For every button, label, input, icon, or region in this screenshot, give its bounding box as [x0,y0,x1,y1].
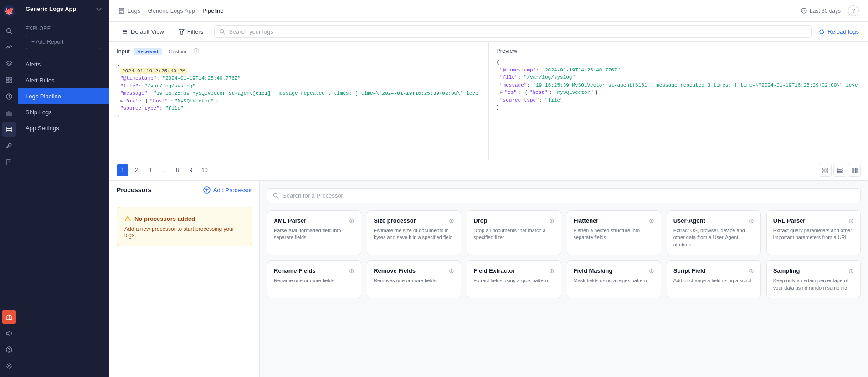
help-sidebar-icon[interactable] [2,342,16,357]
proc-ua-add-icon[interactable]: ⊕ [749,217,754,224]
proc-card-user-agent[interactable]: User-Agent ⊕ Extract OS, browser, device… [667,210,761,255]
processors-title: Processors [117,186,151,194]
filter-bar: Default View Filters Search your logs Re… [109,22,868,42]
add-report-button[interactable]: + Add Report [26,35,102,49]
pipeline-icon-btn[interactable] [2,122,16,137]
processor-search[interactable]: Search for a Processor [267,188,861,203]
proc-card-drop[interactable]: Drop ⊕ Drop all documents that match a s… [467,210,561,255]
prev-os-key: ▶ "os": {"host": "MySQLVector"} [500,89,861,97]
proc-drop-title: Drop [473,217,487,224]
svg-rect-7 [6,81,9,83]
proc-card-size-processor[interactable]: Size processor ⊕ Estimate the size of do… [367,210,461,255]
tab-custom[interactable]: Custom [165,48,190,55]
proc-drop-add-icon[interactable]: ⊕ [549,217,555,224]
sidebar: Generic Logs App Explore + Add Report Al… [18,0,109,377]
reload-btn[interactable]: Reload logs [819,28,859,35]
breadcrumb-app[interactable]: Generic Logs App [148,7,195,14]
proc-extractor-desc: Extract fields using a grok pattern [473,277,554,284]
proc-card-field-extractor[interactable]: Field Extractor ⊕ Extract fields using a… [467,260,561,298]
proc-remove-add-icon[interactable]: ⊕ [449,267,454,275]
svg-rect-41 [852,168,853,173]
breadcrumb-sep1: › [143,7,145,14]
proc-card-url-parser[interactable]: URL Parser ⊕ Extract query parameters an… [766,210,861,255]
svg-rect-12 [6,112,8,116]
proc-xml-add-icon[interactable]: ⊕ [349,217,354,224]
sidebar-item-alert-rules[interactable]: Alert Rules [18,72,109,88]
code-close: } [117,112,481,120]
page-8-btn[interactable]: 8 [171,164,183,176]
view-list-btn[interactable] [833,164,846,177]
svg-rect-16 [6,129,12,130]
code-line-ts: 2024-01-19 2:25:40 PM [120,67,481,75]
sidebar-item-alerts[interactable]: Alerts [18,56,109,72]
proc-script-add-icon[interactable]: ⊕ [749,267,754,275]
time-range-label: Last 30 days [810,8,841,14]
prev-expand-icon[interactable]: ▶ [500,89,503,97]
proc-card-field-masking[interactable]: Field Masking ⊕ Mask fields using a rege… [567,260,661,298]
proc-sampling-add-icon[interactable]: ⊕ [848,267,854,275]
app-logo[interactable]: 🐙 [2,4,16,18]
icon-bar: 🐙 [0,0,18,377]
proc-card-flattener[interactable]: Flattener ⊕ Flatten a nested structure i… [567,210,661,255]
proc-url-desc: Extract query parameters and other impor… [773,227,854,241]
proc-flat-add-icon[interactable]: ⊕ [649,217,654,224]
flag-icon-btn[interactable] [2,155,16,169]
barchart-icon-btn[interactable] [2,106,16,120]
proc-card-rename-fields[interactable]: Rename Fields ⊕ Rename one or more field… [267,260,361,298]
code-source-key: "source_type": "file" [120,105,481,112]
view-cols-btn[interactable] [848,164,861,177]
sidebar-item-logs-pipeline[interactable]: Logs Pipeline [18,88,109,104]
info-icon[interactable]: ⓘ [194,47,199,55]
sidebar-item-app-settings[interactable]: App Settings [18,120,109,136]
proc-rename-add-icon[interactable]: ⊕ [349,267,354,275]
default-view-btn[interactable]: Default View [118,26,168,37]
volume-icon-btn[interactable] [2,326,16,341]
search-icon-btn[interactable] [2,24,16,38]
topbar: Logs › Generic Logs App › Pipeline Last … [109,0,868,22]
svg-rect-39 [837,170,842,171]
proc-mask-add-icon[interactable]: ⊕ [649,267,654,275]
expand-icon[interactable]: ▶ [120,97,123,105]
main-content: Logs › Generic Logs App › Pipeline Last … [109,0,868,377]
proc-size-add-icon[interactable]: ⊕ [449,217,454,224]
info-icon-btn[interactable] [2,89,16,104]
page-2-btn[interactable]: 2 [130,164,142,176]
proc-card-sampling[interactable]: Sampling ⊕ Keep only a certain percentag… [766,260,861,298]
grid-icon-btn[interactable] [2,73,16,87]
sidebar-item-ship-logs[interactable]: Ship Logs [18,104,109,120]
chevron-down-icon[interactable] [96,6,102,12]
tool-icon-btn[interactable] [2,138,16,153]
layers-icon-btn[interactable] [2,56,16,71]
code-line-1: { [117,60,481,67]
page-1-btn[interactable]: 1 [117,164,128,176]
page-3-btn[interactable]: 3 [144,164,156,176]
log-search-box[interactable]: Search your logs [214,25,812,38]
settings-icon-btn[interactable] [2,359,16,373]
proc-size-title: Size processor [374,217,416,224]
svg-point-21 [9,351,10,352]
proc-card-xml-parser[interactable]: XML Parser ⊕ Parse XML formatted field i… [267,210,361,255]
svg-rect-35 [826,168,828,170]
reload-icon [819,29,825,35]
activity-icon-btn[interactable] [2,40,16,55]
add-processor-button[interactable]: Add Processor [203,186,252,194]
tab-received[interactable]: Received [134,48,162,55]
breadcrumb-logs[interactable]: Logs [128,7,140,14]
proc-card-remove-fields[interactable]: Remove Fields ⊕ Removes one or more fiel… [367,260,461,298]
proc-card-script-field[interactable]: Script Field ⊕ Add or change a field usi… [667,260,761,298]
svg-rect-37 [826,171,828,173]
proc-url-add-icon[interactable]: ⊕ [848,217,854,224]
code-message-key: "message": "19 16:25:39 MySQLVector st-a… [120,90,481,97]
proc-extractor-add-icon[interactable]: ⊕ [549,267,555,275]
reload-label: Reload logs [827,28,859,35]
input-panel: Input Received Custom ⓘ { 2024-01-19 2:2… [109,42,488,160]
time-range[interactable]: Last 30 days [801,8,841,14]
svg-rect-13 [9,111,10,116]
filters-btn[interactable]: Filters [175,26,207,37]
view-grid-btn[interactable] [819,164,832,177]
page-10-btn[interactable]: 10 [199,164,211,176]
page-9-btn[interactable]: 9 [185,164,197,176]
help-button[interactable]: ? [848,5,859,16]
gift-icon-btn[interactable] [2,310,16,324]
svg-line-3 [10,32,12,34]
